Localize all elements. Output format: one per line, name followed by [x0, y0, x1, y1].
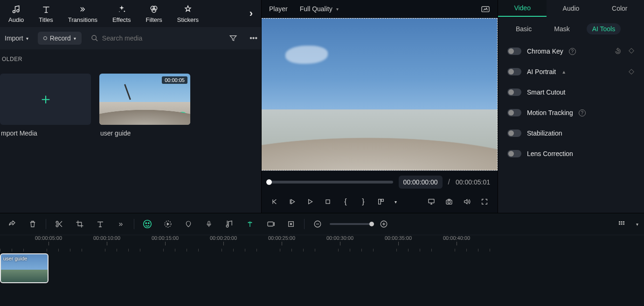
- camera-icon[interactable]: [442, 195, 457, 208]
- timeline-section: » ▾ 00:00:05:0000:00:10:0000:00:15:0000:…: [0, 213, 644, 306]
- scrub-thumb[interactable]: [266, 179, 272, 185]
- track-layout-chevron[interactable]: ▾: [634, 217, 640, 231]
- record-button[interactable]: Record ▾: [38, 32, 82, 45]
- reset-icon[interactable]: [614, 48, 622, 55]
- import-media-card[interactable]: ＋ mport Media: [0, 74, 91, 213]
- collapse-icon[interactable]: ▲: [561, 69, 566, 75]
- lens-toggle[interactable]: [507, 150, 521, 157]
- tag-button[interactable]: [180, 217, 197, 231]
- record-label: Record: [50, 34, 71, 42]
- subtab-ai-tools[interactable]: AI Tools: [587, 23, 621, 34]
- delete-button[interactable]: [24, 217, 41, 231]
- svg-point-6: [152, 8, 156, 12]
- subtab-mask[interactable]: Mask: [548, 23, 575, 34]
- subtab-label: AI Tools: [592, 25, 616, 33]
- play-button[interactable]: [303, 195, 318, 208]
- player-controls: { } ▾: [262, 193, 498, 213]
- speed-button[interactable]: [159, 217, 176, 231]
- snap-button[interactable]: [283, 217, 299, 231]
- render-button[interactable]: [262, 217, 279, 231]
- time-duration: 00:00:05:01: [456, 178, 490, 186]
- timeline-tracks[interactable]: user guide: [0, 253, 644, 306]
- tab-label: Audio: [8, 16, 24, 23]
- scrub-bar[interactable]: [269, 181, 393, 184]
- text-button[interactable]: [92, 217, 109, 231]
- crop-button[interactable]: [71, 217, 88, 231]
- redo-button[interactable]: [4, 217, 21, 231]
- zoom-thumb[interactable]: [369, 222, 374, 226]
- tab-titles[interactable]: Titles: [39, 4, 53, 23]
- tab-label: Transitions: [68, 16, 97, 23]
- svg-rect-34: [623, 224, 624, 225]
- prop-label: Motion Tracking: [527, 109, 573, 116]
- tab-audio[interactable]: Audio: [8, 4, 24, 23]
- more-options-icon[interactable]: •••: [246, 32, 261, 44]
- portrait-toggle[interactable]: [507, 68, 521, 75]
- media-clip-card[interactable]: 00:00:05 ✓ user guide: [99, 74, 190, 213]
- audio-track-button[interactable]: [221, 217, 238, 231]
- tracking-toggle[interactable]: [507, 109, 521, 116]
- info-icon[interactable]: ?: [579, 109, 586, 116]
- keyframe-icon[interactable]: [628, 68, 635, 75]
- import-label: Import: [5, 34, 23, 42]
- import-thumbnail[interactable]: ＋: [0, 74, 91, 125]
- ai-button[interactable]: [139, 217, 156, 231]
- mark-out-button[interactable]: }: [356, 195, 371, 208]
- properties-panel: Video Audio Color Basic Mask AI Tools Ch…: [498, 0, 644, 213]
- subtab-basic[interactable]: Basic: [510, 23, 537, 34]
- clip-thumbnail[interactable]: 00:00:05 ✓: [99, 74, 190, 125]
- media-panel: Audio Titles Transitions Effects Filters…: [0, 0, 261, 213]
- film-icon: [102, 115, 110, 122]
- layout-dropdown[interactable]: [374, 195, 388, 208]
- more-tools-button[interactable]: »: [112, 217, 129, 231]
- fullscreen-button[interactable]: [477, 195, 492, 208]
- quality-dropdown[interactable]: Full Quality ▾: [296, 3, 342, 14]
- snapshot-icon[interactable]: [481, 5, 490, 13]
- filter-icon[interactable]: [225, 32, 241, 44]
- layout-chevron[interactable]: ▾: [391, 195, 400, 208]
- mark-in-button[interactable]: {: [338, 195, 353, 208]
- ruler-tick: 00:00:20:00: [210, 235, 237, 245]
- volume-button[interactable]: [459, 195, 474, 208]
- tab-color[interactable]: Color: [596, 0, 644, 17]
- split-button[interactable]: [51, 217, 68, 231]
- media-grid: ＋ mport Media 00:00:05 ✓ user guide: [0, 64, 261, 213]
- preview-viewport[interactable]: [262, 18, 498, 171]
- stop-button[interactable]: [320, 195, 335, 208]
- music-note-icon: [11, 4, 21, 14]
- scrub-row: 00:00:00:00 / 00:00:05:01: [262, 171, 498, 193]
- zoom-out-button[interactable]: [309, 217, 326, 231]
- cutout-toggle[interactable]: [507, 88, 521, 96]
- tab-audio-props[interactable]: Audio: [547, 0, 595, 17]
- display-settings-button[interactable]: [424, 195, 439, 208]
- timeline-clip[interactable]: user guide: [0, 253, 48, 283]
- tab-stickers[interactable]: Stickers: [177, 4, 199, 23]
- plus-icon: ＋: [38, 89, 53, 109]
- play-reverse-button[interactable]: [285, 195, 300, 208]
- chroma-toggle[interactable]: [507, 48, 521, 55]
- import-button[interactable]: Import ▾: [0, 32, 33, 45]
- marker-button[interactable]: [242, 217, 258, 231]
- preview-image: [262, 18, 498, 170]
- svg-point-7: [92, 35, 96, 40]
- tab-filters[interactable]: Filters: [145, 4, 162, 23]
- info-icon[interactable]: ?: [569, 48, 576, 55]
- tab-video[interactable]: Video: [498, 0, 547, 17]
- svg-point-3: [119, 11, 120, 12]
- tab-transitions[interactable]: Transitions: [68, 4, 97, 23]
- stab-toggle[interactable]: [507, 129, 521, 137]
- zoom-in-button[interactable]: [375, 217, 392, 231]
- prop-chroma-key: Chroma Key ?: [498, 41, 644, 61]
- track-layout-button[interactable]: [613, 217, 630, 231]
- tab-label: Titles: [39, 16, 53, 23]
- voice-button[interactable]: [201, 217, 217, 231]
- timeline-ruler[interactable]: 00:00:05:0000:00:10:0000:00:15:0000:00:2…: [0, 235, 644, 253]
- search-input[interactable]: [102, 34, 216, 42]
- ruler-tick: 00:00:30:00: [326, 235, 353, 245]
- tab-effects[interactable]: Effects: [112, 4, 131, 23]
- zoom-slider[interactable]: [330, 223, 372, 225]
- prev-frame-button[interactable]: [267, 195, 282, 208]
- import-label: mport Media: [0, 129, 91, 137]
- keyframe-icon[interactable]: [628, 48, 635, 55]
- more-tabs-arrow[interactable]: ›: [249, 7, 253, 20]
